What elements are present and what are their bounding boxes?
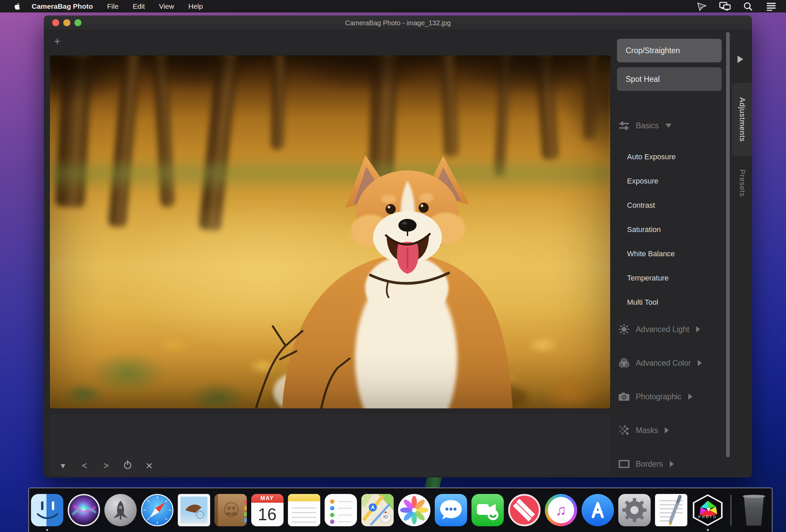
dock-icon-siri[interactable]: [68, 494, 100, 526]
close-image-icon[interactable]: ✕: [143, 461, 155, 471]
dock-icon-finder[interactable]: [31, 494, 63, 526]
dock-icon-system-preferences[interactable]: [618, 494, 651, 526]
dock-icon-camerabag[interactable]: PHOTO: [692, 494, 724, 526]
photo-vignette: [50, 55, 610, 409]
border-icon: [618, 458, 630, 470]
dock-icon-facetime[interactable]: [471, 494, 504, 526]
adjustment-auto-exposure[interactable]: Auto Exposure: [614, 145, 726, 169]
pointer-icon[interactable]: [696, 2, 708, 11]
section-basics[interactable]: Basics: [614, 118, 726, 133]
running-indicator: [707, 529, 709, 531]
chevron-right-icon: [665, 427, 669, 433]
menu-item-view[interactable]: View: [159, 2, 174, 10]
section-photographic[interactable]: Photographic: [614, 389, 726, 404]
app-window: CameraBag Photo - image_132.jpg +: [44, 16, 752, 478]
chevron-right-icon: [698, 360, 702, 366]
photo-canvas[interactable]: [50, 55, 610, 409]
menu-bar: CameraBag Photo File Edit View Help: [0, 0, 786, 13]
notes-icon: [288, 494, 320, 526]
menu-item-help[interactable]: Help: [188, 2, 203, 10]
facetime-icon: [471, 494, 504, 526]
chevron-right-icon: [688, 394, 692, 400]
sliders-icon: [618, 120, 630, 131]
section-advanced-color[interactable]: Advanced Color: [614, 355, 726, 370]
adjustment-contrast[interactable]: Contrast: [614, 193, 726, 217]
collapse-filmstrip-icon[interactable]: ▼: [57, 462, 69, 470]
mail-icon: [178, 494, 210, 526]
running-indicator: [46, 529, 48, 531]
maps-icon: 3D: [361, 494, 394, 526]
spot-heal-button[interactable]: Spot Heal: [617, 67, 722, 91]
spot-heal-label: Spot Heal: [626, 75, 660, 84]
section-advanced-light[interactable]: Advanced Light: [614, 322, 726, 337]
color-circles-icon: [618, 357, 630, 369]
section-label: Basics: [636, 121, 659, 130]
apple-icon[interactable]: [14, 2, 21, 10]
spotlight-icon[interactable]: [742, 2, 754, 11]
tab-presets[interactable]: Presets: [732, 163, 752, 203]
maps-3d-label: 3D: [382, 514, 389, 519]
desktop: { "menubar": { "apple_logo": "apple-icon…: [0, 0, 786, 532]
dock-icon-reminders[interactable]: [325, 494, 357, 526]
dock-icon-safari[interactable]: [141, 494, 174, 526]
dock-icon-photos[interactable]: [398, 494, 431, 526]
trash-icon: [743, 495, 765, 526]
basics-list: Auto Exposure Exposure Contrast Saturati…: [614, 145, 726, 315]
dock-icon-mail[interactable]: [178, 494, 210, 526]
sun-icon: [618, 324, 630, 335]
crop-straighten-label: Crop/Straighten: [626, 46, 680, 55]
panel-tab-strip: Adjustments Presets: [730, 30, 752, 478]
section-borders[interactable]: Borders: [614, 457, 726, 471]
history-icon[interactable]: [122, 460, 133, 472]
dock: MAY 16: [28, 488, 772, 532]
dock-icon-news[interactable]: [508, 494, 540, 526]
adjustment-multi-tool[interactable]: Multi Tool: [614, 290, 726, 315]
finder-icon: [31, 494, 63, 526]
tab-presets-label: Presets: [738, 169, 747, 197]
dock-icon-textedit[interactable]: [655, 494, 687, 526]
dock-icon-trash[interactable]: [738, 494, 770, 526]
app-store-icon: [582, 494, 614, 526]
dock-icon-notes[interactable]: [288, 494, 320, 526]
section-label: Advanced Color: [636, 358, 691, 368]
adjustment-saturation[interactable]: Saturation: [614, 217, 726, 242]
dock-divider: [731, 494, 732, 526]
menu-item-file[interactable]: File: [107, 2, 118, 10]
dock-icon-itunes[interactable]: ♫: [545, 494, 577, 526]
dock-icon-launchpad[interactable]: [105, 494, 137, 526]
add-image-button[interactable]: +: [51, 35, 63, 47]
next-image-icon[interactable]: >: [100, 461, 112, 471]
list-icon[interactable]: [765, 2, 777, 11]
gear-icon: [618, 494, 651, 526]
previous-image-icon[interactable]: <: [79, 461, 90, 471]
adjustment-white-balance[interactable]: White Balance: [614, 242, 726, 266]
dock-icon-messages[interactable]: [435, 494, 467, 526]
photos-icon: [398, 494, 431, 526]
crop-straighten-button[interactable]: Crop/Straighten: [617, 39, 722, 62]
title-bar[interactable]: CameraBag Photo - image_132.jpg: [44, 16, 752, 31]
menu-bar-status-area: [696, 0, 777, 13]
dock-icon-app-store[interactable]: [582, 494, 614, 526]
adjustment-temperature[interactable]: Temperature: [614, 266, 726, 290]
section-label: Photographic: [636, 392, 681, 401]
messages-icon: [435, 494, 467, 526]
chevron-right-icon: [670, 461, 674, 467]
contacts-icon: [214, 494, 247, 526]
tab-adjustments-label: Adjustments: [738, 97, 747, 142]
calendar-icon: MAY 16: [251, 494, 283, 526]
panel-scrollbar[interactable]: [726, 32, 730, 457]
adjustment-exposure[interactable]: Exposure: [614, 169, 726, 193]
dock-icon-contacts[interactable]: [214, 494, 247, 526]
dock-icon-maps[interactable]: 3D: [361, 494, 394, 526]
section-label: Masks: [636, 426, 658, 435]
section-masks[interactable]: Masks: [614, 423, 726, 438]
menu-app-name[interactable]: CameraBag Photo: [32, 2, 93, 10]
displays-icon[interactable]: [719, 2, 731, 11]
menu-item-edit[interactable]: Edit: [133, 2, 145, 10]
section-label: Borders: [636, 460, 663, 469]
tab-adjustments[interactable]: Adjustments: [732, 83, 752, 156]
dock-icon-calendar[interactable]: MAY 16: [251, 494, 283, 526]
window-title: CameraBag Photo - image_132.jpg: [44, 16, 752, 30]
filmstrip-panel: ▼ < > ✕: [50, 414, 610, 476]
collapse-panel-icon[interactable]: [738, 55, 743, 63]
